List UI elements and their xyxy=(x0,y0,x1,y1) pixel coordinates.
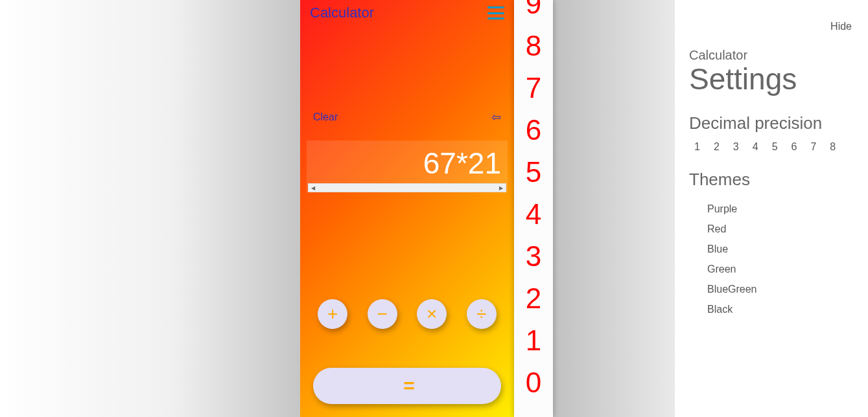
wheel-digit[interactable]: 0 xyxy=(526,361,541,403)
settings-title: Settings xyxy=(689,62,854,96)
wheel-digit[interactable]: 9 xyxy=(526,0,541,25)
number-wheel[interactable]: 9 8 7 6 5 4 3 2 1 0 xyxy=(514,0,553,417)
scroll-right-icon[interactable]: ▶ xyxy=(497,185,506,191)
wheel-digit[interactable]: 8 xyxy=(526,25,541,67)
theme-option[interactable]: Black xyxy=(707,299,854,319)
backspace-button[interactable]: ⇦ xyxy=(491,110,501,124)
wheel-digit[interactable]: 7 xyxy=(526,67,541,109)
settings-panel: Hide Calculator Settings Decimal precisi… xyxy=(675,0,868,417)
wheel-digit[interactable]: 3 xyxy=(526,235,541,277)
menu-icon[interactable] xyxy=(487,6,504,19)
wheel-digit[interactable]: 2 xyxy=(526,277,541,319)
precision-option[interactable]: 2 xyxy=(714,141,720,153)
theme-option[interactable]: BlueGreen xyxy=(707,279,854,299)
precision-option[interactable]: 1 xyxy=(694,141,700,153)
wheel-digit[interactable]: 4 xyxy=(526,193,541,235)
scroll-bar[interactable]: ◀ ▶ xyxy=(308,183,506,192)
settings-subtitle: Calculator xyxy=(689,48,854,63)
theme-option[interactable]: Green xyxy=(707,259,854,279)
divide-button[interactable]: ÷ xyxy=(467,299,497,329)
precision-option[interactable]: 4 xyxy=(753,141,758,153)
display-value: 67*21 xyxy=(313,146,501,181)
operator-row: + − × ÷ xyxy=(300,299,514,329)
wheel-digit[interactable]: 1 xyxy=(526,319,541,361)
calculator-panel: Calculator Clear ⇦ 67*21 ◀ ▶ + − × ÷ = xyxy=(300,0,514,417)
subtract-button[interactable]: − xyxy=(368,299,397,329)
multiply-button[interactable]: × xyxy=(417,299,447,329)
add-button[interactable]: + xyxy=(318,299,347,329)
scroll-left-icon[interactable]: ◀ xyxy=(309,185,318,191)
clear-button[interactable]: Clear xyxy=(313,111,338,123)
display-controls: Clear ⇦ xyxy=(300,110,514,124)
hide-button[interactable]: Hide xyxy=(830,21,852,32)
theme-list: Purple Red Blue Green BlueGreen Black xyxy=(689,199,854,319)
theme-option[interactable]: Red xyxy=(707,219,854,239)
precision-option[interactable]: 8 xyxy=(830,141,836,153)
wheel-digit[interactable]: 5 xyxy=(526,151,541,193)
precision-option[interactable]: 3 xyxy=(733,141,739,153)
theme-option[interactable]: Blue xyxy=(707,239,854,259)
app-title: Calculator xyxy=(310,5,374,21)
precision-options: 1 2 3 4 5 6 7 8 xyxy=(689,141,854,153)
theme-option[interactable]: Purple xyxy=(707,199,854,219)
themes-heading: Themes xyxy=(689,170,854,190)
precision-option[interactable]: 5 xyxy=(772,141,778,153)
calc-header: Calculator xyxy=(300,0,514,23)
precision-option[interactable]: 7 xyxy=(810,141,816,153)
precision-heading: Decimal precision xyxy=(689,113,854,133)
display-area: 67*21 ◀ ▶ xyxy=(307,141,508,192)
wheel-digit[interactable]: 6 xyxy=(526,109,541,151)
equals-button[interactable]: = xyxy=(313,368,501,404)
precision-option[interactable]: 6 xyxy=(792,141,797,153)
